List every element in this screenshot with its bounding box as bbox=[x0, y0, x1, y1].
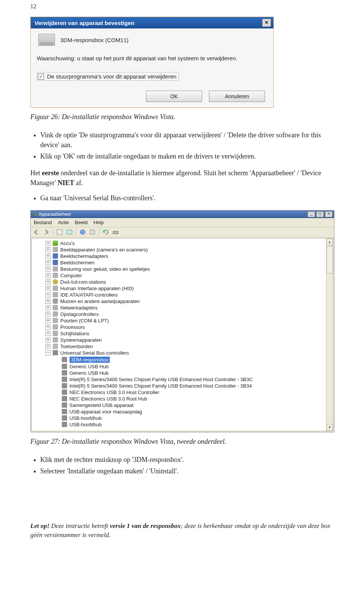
instruction-list-3: Klik met de rechter muisknop op '3DM-res… bbox=[30, 455, 334, 476]
tree-node[interactable]: +Opslagcontrollers bbox=[34, 311, 326, 317]
cancel-button[interactable]: Annuleren bbox=[209, 91, 265, 102]
expand-icon[interactable]: + bbox=[46, 331, 50, 336]
node-icon bbox=[53, 298, 58, 304]
tree-node[interactable]: NEC Electronics USB 3.0 Host Controller bbox=[34, 389, 326, 396]
expand-icon[interactable]: + bbox=[46, 241, 50, 246]
tree-node[interactable]: Generic USB Hub bbox=[34, 370, 326, 376]
node-label: Toetsenborden bbox=[60, 344, 93, 349]
tree-node[interactable]: +Beeldapparaten (camera's en scanners) bbox=[34, 247, 326, 253]
list-item: Ga naar 'Universal Serial Bus-controller… bbox=[40, 193, 334, 203]
dialog-titlebar: Verwijderen van apparaat bevestigen × bbox=[31, 17, 273, 28]
node-label: Besturing voor geluid, video en spelletj… bbox=[60, 266, 150, 272]
tree-node[interactable]: +Poorten (COM & LPT) bbox=[34, 317, 326, 324]
node-label: USB-hoofdhub bbox=[69, 422, 102, 427]
expand-icon[interactable]: + bbox=[46, 247, 50, 252]
expand-icon[interactable]: + bbox=[46, 286, 50, 291]
expand-icon[interactable]: + bbox=[46, 292, 50, 297]
refresh-icon[interactable] bbox=[102, 229, 109, 236]
warning-text: Waarschuwing: u staat op het punt dit ap… bbox=[37, 54, 267, 62]
tree-node[interactable]: Generic USB Hub bbox=[34, 363, 326, 370]
node-icon bbox=[53, 247, 58, 252]
scroll-down-icon[interactable]: ▼ bbox=[326, 424, 333, 431]
tree-node[interactable]: USB-hoofdhub bbox=[34, 421, 326, 428]
tree-node[interactable]: +Computer bbox=[34, 272, 326, 279]
close-icon[interactable]: × bbox=[262, 19, 271, 27]
page-number: 12 bbox=[30, 3, 334, 10]
expand-icon[interactable]: + bbox=[46, 299, 50, 304]
toolbar-icon[interactable] bbox=[66, 229, 73, 236]
tree-node[interactable]: +IDE ATA/ATAPI-controllers bbox=[34, 292, 326, 298]
minimize-icon[interactable]: _ bbox=[308, 211, 315, 217]
expand-icon[interactable]: + bbox=[46, 305, 50, 310]
tree-node[interactable]: −Universal Serial Bus-controllers bbox=[34, 350, 326, 356]
expand-icon[interactable]: + bbox=[46, 318, 50, 323]
node-icon bbox=[62, 357, 67, 362]
tree-node[interactable]: 3DM-responsbox bbox=[34, 356, 326, 363]
expand-icon[interactable]: + bbox=[46, 325, 50, 330]
tree-node[interactable]: NEC Electronics USB 3.0 Root Hub bbox=[34, 396, 326, 402]
tree-node[interactable]: +Beeldschermadapters bbox=[34, 253, 326, 259]
device-name: 3DM-responsbox (COM11) bbox=[60, 37, 129, 43]
tree-node[interactable]: +Schijfstations bbox=[34, 330, 326, 337]
scroll-thumb[interactable] bbox=[326, 246, 333, 273]
tree-node[interactable]: +Dvd-/cd-rom-stations bbox=[34, 279, 326, 285]
list-item: Klik op 'OK' om de installatie ongedaan … bbox=[40, 151, 334, 161]
ok-button[interactable]: OK bbox=[146, 91, 202, 102]
back-icon[interactable] bbox=[33, 229, 40, 236]
scrollbar[interactable]: ▲ ▼ bbox=[326, 239, 333, 431]
menu-item[interactable]: Help bbox=[94, 220, 104, 225]
footer-note: Let op! Deze instructie betreft versie 1… bbox=[30, 521, 334, 540]
checkbox-label: De stuurprogramma's voor dit apparaat ve… bbox=[47, 73, 176, 80]
delete-driver-checkbox[interactable]: ✓ De stuurprogramma's voor dit apparaat … bbox=[37, 72, 179, 81]
instruction-list-2: Ga naar 'Universal Serial Bus-controller… bbox=[30, 193, 334, 203]
tree-node[interactable]: +Human Interface-apparaten (HID) bbox=[34, 285, 326, 292]
expand-icon[interactable]: + bbox=[46, 344, 50, 349]
tree-node[interactable]: +Beeldschermen bbox=[34, 259, 326, 266]
node-label: NEC Electronics USB 3.0 Host Controller bbox=[69, 390, 159, 395]
node-label: NEC Electronics USB 3.0 Root Hub bbox=[69, 396, 147, 402]
list-item: Selecteer 'Installatie ongedaan maken' /… bbox=[40, 466, 334, 476]
node-icon bbox=[62, 364, 67, 369]
node-icon bbox=[53, 305, 58, 310]
node-icon bbox=[62, 409, 67, 414]
toolbar-icon[interactable] bbox=[112, 229, 119, 236]
node-label: 3DM-responsbox bbox=[69, 357, 110, 363]
node-icon bbox=[53, 273, 58, 278]
toolbar-icon[interactable] bbox=[89, 229, 96, 236]
tree-node[interactable]: Intel(R) 5 Series/3400 Series Chipset Fa… bbox=[34, 383, 326, 389]
menu-item[interactable]: Beeld bbox=[75, 220, 88, 225]
expand-icon[interactable]: + bbox=[46, 273, 50, 278]
tree-node[interactable]: Samengesteld USB-apparaat bbox=[34, 402, 326, 408]
tree-node[interactable]: USB-hoofdhub bbox=[34, 415, 326, 421]
tree-node[interactable]: +Netwerkadapters bbox=[34, 305, 326, 311]
tree-node[interactable]: +Toetsenborden bbox=[34, 343, 326, 350]
expand-icon[interactable]: + bbox=[46, 338, 50, 342]
tree-node[interactable]: +Accu's bbox=[34, 240, 326, 247]
node-label: USB-apparaat voor massaopslag bbox=[69, 409, 142, 415]
device-tree[interactable]: +Accu's+Beeldapparaten (camera's en scan… bbox=[32, 239, 326, 431]
list-item: Vink de optie 'De stuurprogramma's voor … bbox=[40, 130, 334, 150]
expand-icon[interactable]: + bbox=[46, 312, 50, 317]
maximize-icon[interactable]: □ bbox=[316, 211, 324, 217]
menu-item[interactable]: Bestand bbox=[34, 220, 52, 225]
figure-caption-26: Figuur 26: De-installatie responsbox Win… bbox=[30, 113, 334, 121]
node-icon bbox=[62, 422, 67, 427]
scroll-up-icon[interactable]: ▲ bbox=[326, 239, 333, 245]
close-icon[interactable]: × bbox=[325, 211, 333, 217]
tree-node[interactable]: Intel(R) 5 Series/3400 Series Chipset Fa… bbox=[34, 376, 326, 383]
tree-node[interactable]: USB-apparaat voor massaopslag bbox=[34, 408, 326, 415]
tree-node[interactable]: +Muizen en andere aanwijsapparaten bbox=[34, 298, 326, 305]
expand-icon[interactable]: − bbox=[46, 350, 50, 355]
expand-icon[interactable]: + bbox=[46, 254, 50, 259]
forward-icon[interactable] bbox=[43, 229, 50, 236]
help-icon[interactable]: ? bbox=[79, 229, 86, 236]
toolbar-icon[interactable] bbox=[56, 229, 63, 236]
tree-node[interactable]: +Processors bbox=[34, 324, 326, 330]
tree-node[interactable]: +Systeemapparaten bbox=[34, 337, 326, 343]
expand-icon[interactable]: + bbox=[46, 280, 50, 284]
tree-node[interactable]: +Besturing voor geluid, video en spellet… bbox=[34, 266, 326, 272]
expand-icon[interactable]: + bbox=[46, 267, 50, 272]
menu-item[interactable]: Actie bbox=[58, 220, 69, 225]
instruction-list-1: Vink de optie 'De stuurprogramma's voor … bbox=[30, 130, 334, 161]
expand-icon[interactable]: + bbox=[46, 260, 50, 265]
